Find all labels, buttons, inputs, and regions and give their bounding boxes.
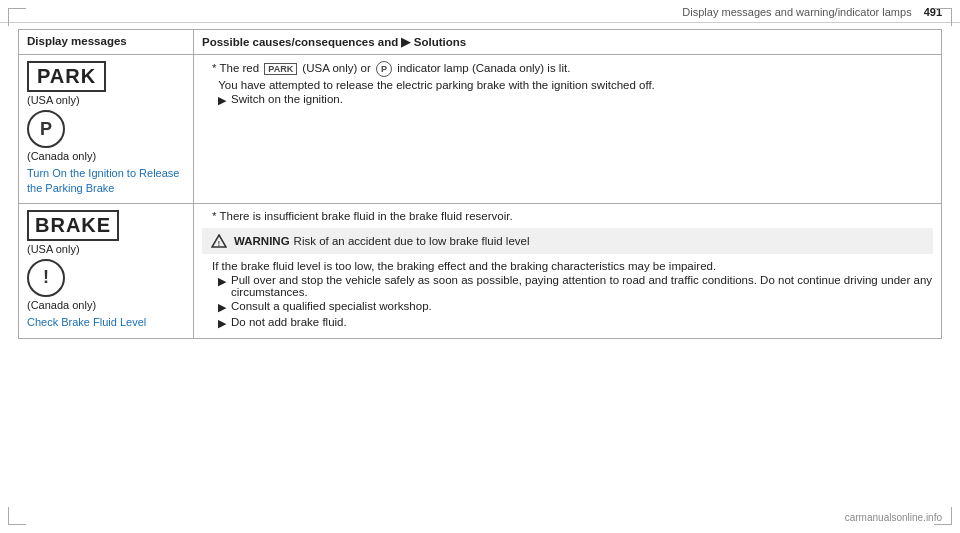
the-red-text: The red [219,62,262,74]
page-header: Display messages and warning/indicator l… [0,0,960,23]
brake-arrow-3: ▶ Do not add brake fluid. [202,316,933,330]
brake-usa-label: (USA only) [27,243,185,255]
svg-text:!: ! [218,239,220,246]
inline-park-badge: PARK [264,63,297,75]
arrow-icon: ▶ [218,94,226,107]
warning-label: WARNING [234,235,290,247]
brake-arrow-1: ▶ Pull over and stop the vehicle safely … [202,274,933,298]
brake-body-text: If the brake fluid level is too low, the… [202,260,933,272]
park-link[interactable]: Turn On the Ignition to Release the Park… [27,166,185,197]
display-cell-brake: BRAKE (USA only) ! (Canada only) Check B… [19,203,194,338]
warning-triangle-icon: ! [210,233,228,249]
table-row: PARK (USA only) P (Canada only) Turn On … [19,55,942,204]
watermark: carmanualsonline.info [845,512,942,523]
park-bullet-1: * The red PARK (USA only) or P indicator… [202,61,933,77]
arrow-icon: ▶ [218,301,226,314]
brake-arrow-2: ▶ Consult a qualified specialist worksho… [202,300,933,314]
brake-link[interactable]: Check Brake Fluid Level [27,315,185,330]
main-content: Display messages Possible causes/consequ… [0,29,960,349]
corner-mark-tl [8,8,26,26]
excl-circle-icon: ! [27,259,65,297]
brake-badge: BRAKE [27,210,119,241]
park-arrow-1: ▶ Switch on the ignition. [202,93,933,107]
brake-canada-label: (Canada only) [27,299,185,311]
corner-mark-bl [8,507,26,525]
table-row: BRAKE (USA only) ! (Canada only) Check B… [19,203,942,338]
solutions-arrow-icon: ▶ [401,35,413,49]
corner-mark-tr [934,8,952,26]
header-title: Display messages and warning/indicator l… [682,6,911,18]
brake-bullet-1: * There is insufficient brake fluid in t… [202,210,933,222]
info-table: Display messages Possible causes/consequ… [18,29,942,339]
warning-text: Risk of an accident due to low brake flu… [294,235,530,247]
p-circle-icon: P [27,110,65,148]
col-causes-header: Possible causes/consequences and ▶ Solut… [194,30,942,55]
arrow-icon: ▶ [218,275,226,288]
arrow-icon: ▶ [218,317,226,330]
warning-box: ! WARNING Risk of an accident due to low… [202,228,933,254]
inline-p-circle-icon: P [376,61,392,77]
park-badge: PARK [27,61,106,92]
col-display-header: Display messages [19,30,194,55]
causes-cell-park: * The red PARK (USA only) or P indicator… [194,55,942,204]
park-usa-label: (USA only) [27,94,185,106]
display-cell-park: PARK (USA only) P (Canada only) Turn On … [19,55,194,204]
park-canada-label: (Canada only) [27,150,185,162]
park-bullet-2: You have attempted to release the electr… [202,79,933,91]
causes-cell-brake: * There is insufficient brake fluid in t… [194,203,942,338]
